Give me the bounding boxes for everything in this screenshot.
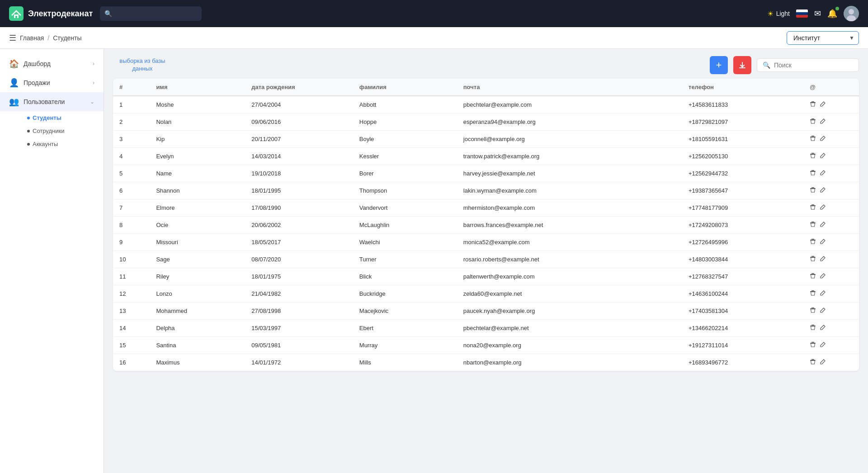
edit-icon[interactable]: [820, 290, 826, 298]
table-row: 4 Evelyn 14/03/2014 Kessler trantow.patr…: [113, 148, 859, 165]
avatar[interactable]: [844, 6, 859, 21]
edit-icon[interactable]: [820, 118, 826, 126]
cell-surname: McLaughlin: [353, 217, 457, 234]
delete-icon[interactable]: [810, 187, 816, 194]
menu-icon[interactable]: ☰: [9, 33, 16, 43]
edit-icon[interactable]: [820, 255, 826, 263]
cell-dob: 20/11/2007: [245, 131, 353, 148]
table-row: 14 Delpha 15/03/1997 Ebert pbechtelar@ex…: [113, 320, 859, 337]
svg-rect-23: [811, 239, 814, 240]
edit-icon[interactable]: [820, 341, 826, 349]
layout: 🏠 Дашборд › 👤 Продажи › 👥 Пользователи ⌄…: [0, 49, 868, 473]
dot-accounts: [27, 143, 30, 146]
table-row: 8 Ocie 20/06/2002 McLaughlin barrows.fra…: [113, 217, 859, 234]
sidebar-item-users[interactable]: 👥 Пользователи ⌄: [0, 92, 104, 111]
delete-icon[interactable]: [810, 170, 816, 177]
cell-actions: [803, 303, 859, 320]
logo: Электродеканат: [9, 6, 93, 21]
cell-actions: [803, 182, 859, 199]
institute-select[interactable]: Институт: [787, 31, 859, 45]
delete-icon[interactable]: [810, 118, 816, 126]
edit-icon[interactable]: [820, 238, 826, 246]
delete-icon[interactable]: [810, 221, 816, 229]
notification-button[interactable]: 🔔: [827, 9, 837, 19]
cell-actions: [803, 285, 859, 303]
delete-icon[interactable]: [810, 101, 816, 109]
cell-name: Riley: [150, 268, 245, 285]
sidebar-label-employees: Сотрудники: [33, 128, 64, 134]
edit-icon[interactable]: [820, 324, 826, 332]
edit-icon[interactable]: [820, 170, 826, 177]
edit-icon[interactable]: [820, 359, 826, 366]
edit-icon[interactable]: [820, 135, 826, 143]
delete-icon[interactable]: [810, 324, 816, 332]
delete-icon[interactable]: [810, 341, 816, 349]
table-row: 2 Nolan 09/06/2016 Hoppe esperanza94@exa…: [113, 114, 859, 131]
cell-name: Shannon: [150, 182, 245, 199]
cell-num: 14: [113, 320, 150, 337]
edit-icon[interactable]: [820, 273, 826, 280]
delete-icon[interactable]: [810, 152, 816, 160]
edit-icon[interactable]: [820, 204, 826, 212]
svg-rect-37: [811, 359, 814, 360]
sidebar-label-students: Студенты: [33, 114, 61, 121]
cell-surname: Abbott: [353, 96, 457, 114]
cell-phone: +19387365647: [682, 182, 803, 199]
search-box-icon: 🔍: [763, 61, 770, 69]
person-icon: 👤: [9, 78, 19, 88]
cell-name: Mohammed: [150, 303, 245, 320]
svg-rect-35: [811, 342, 814, 343]
breadcrumb-home[interactable]: Главная: [20, 34, 44, 42]
sidebar-item-students[interactable]: Студенты: [22, 111, 104, 124]
cell-name: Nolan: [150, 114, 245, 131]
institute-select-wrap: Институт ▼: [787, 31, 859, 45]
table-row: 13 Mohammed 27/08/1998 Macejkovic paucek…: [113, 303, 859, 320]
students-table: # имя дата рождения фамилия почта телефо…: [113, 79, 859, 371]
svg-rect-9: [811, 118, 814, 119]
cell-actions: [803, 320, 859, 337]
cell-num: 5: [113, 165, 150, 182]
cell-num: 12: [113, 285, 150, 303]
delete-icon[interactable]: [810, 307, 816, 315]
sidebar-item-accounts[interactable]: Аккаунты: [22, 137, 104, 151]
edit-icon[interactable]: [820, 187, 826, 194]
edit-icon[interactable]: [820, 221, 826, 229]
table-row: 12 Lonzo 21/04/1982 Buckridge zelda60@ex…: [113, 285, 859, 303]
delete-icon[interactable]: [810, 255, 816, 263]
delete-icon[interactable]: [810, 290, 816, 298]
export-button[interactable]: [733, 56, 751, 74]
edit-icon[interactable]: [820, 101, 826, 109]
cell-name: Name: [150, 165, 245, 182]
sidebar-item-dashboard[interactable]: 🏠 Дашборд ›: [0, 54, 104, 73]
theme-toggle[interactable]: ☀ Light: [767, 9, 790, 18]
cell-email: mhermiston@example.com: [457, 199, 682, 217]
cell-num: 1: [113, 96, 150, 114]
delete-icon[interactable]: [810, 359, 816, 366]
cell-phone: +12768327547: [682, 268, 803, 285]
edit-icon[interactable]: [820, 307, 826, 315]
cell-dob: 18/05/2017: [245, 234, 353, 251]
header-search-input[interactable]: [100, 6, 202, 21]
table-toolbar: выборка из базы данных + 🔍: [113, 56, 859, 74]
cell-name: Evelyn: [150, 148, 245, 165]
sidebar-item-sales[interactable]: 👤 Продажи ›: [0, 73, 104, 92]
cell-phone: +12562944732: [682, 165, 803, 182]
sun-icon: ☀: [767, 9, 774, 18]
delete-icon[interactable]: [810, 273, 816, 280]
delete-icon[interactable]: [810, 204, 816, 212]
cell-phone: +19127311014: [682, 337, 803, 354]
cell-num: 15: [113, 337, 150, 354]
cell-dob: 17/08/1990: [245, 199, 353, 217]
cell-surname: Buckridge: [353, 285, 457, 303]
cell-email: pbechtelar@example.net: [457, 320, 682, 337]
edit-icon[interactable]: [820, 152, 826, 160]
add-button[interactable]: +: [710, 56, 728, 74]
header-actions: ☀ Light ✉ 🔔: [767, 6, 859, 21]
search-input[interactable]: [774, 61, 853, 69]
sidebar-item-employees[interactable]: Сотрудники: [22, 124, 104, 137]
delete-icon[interactable]: [810, 135, 816, 143]
delete-icon[interactable]: [810, 238, 816, 246]
mail-button[interactable]: ✉: [814, 9, 821, 19]
cell-surname: Vandervort: [353, 199, 457, 217]
flag-icon[interactable]: [796, 9, 808, 18]
